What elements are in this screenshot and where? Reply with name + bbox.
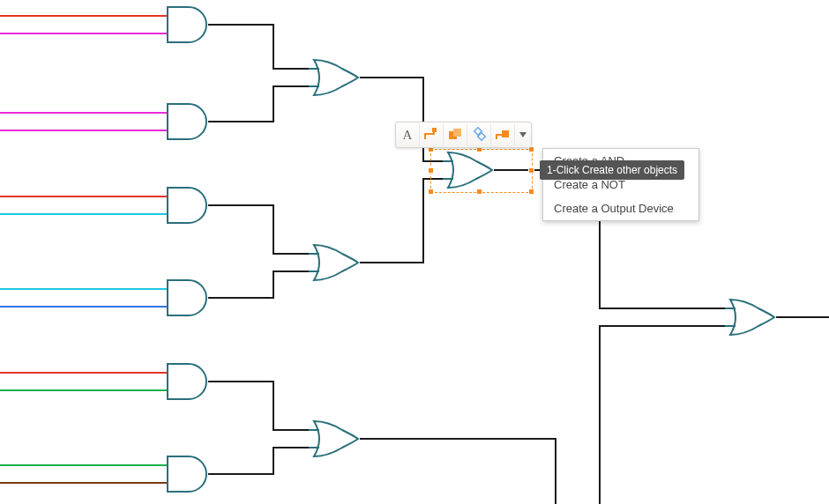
diagram-canvas[interactable]: A Create a AND Create a NOT Create <box>0 0 829 504</box>
selection-handle[interactable] <box>476 189 482 195</box>
diamond-link-icon <box>471 127 487 143</box>
svg-rect-28 <box>502 130 509 137</box>
more-dropdown-button[interactable] <box>515 123 531 146</box>
menu-item-label: Create a NOT <box>554 178 625 191</box>
shapes-icon <box>447 127 463 143</box>
or-gate <box>314 245 358 280</box>
selection-handle[interactable] <box>528 167 534 174</box>
menu-item-label: Create a Output Device <box>554 202 674 215</box>
or-gate <box>314 60 358 95</box>
chevron-down-icon <box>519 132 527 137</box>
selection-handle[interactable] <box>528 189 534 195</box>
or-gate-final <box>730 300 774 335</box>
and-gate <box>168 364 206 399</box>
text-tool-button[interactable]: A <box>396 123 420 146</box>
or-gate <box>314 421 358 456</box>
text-tool-label: A <box>403 128 413 143</box>
oneclick-icon <box>495 127 511 143</box>
svg-rect-25 <box>453 129 461 137</box>
and-gate <box>168 104 206 139</box>
menu-item-create-output[interactable]: Create a Output Device <box>543 196 698 220</box>
tooltip-text: 1-Click Create other objects <box>547 164 677 176</box>
link-tool-button[interactable] <box>467 123 491 146</box>
and-gate <box>168 456 206 492</box>
quick-toolbar[interactable]: A <box>395 122 532 148</box>
selection-handle[interactable] <box>428 189 434 195</box>
selection-outline <box>430 149 533 193</box>
shape-tool-button[interactable] <box>444 123 467 146</box>
input-wires <box>0 16 169 483</box>
and-gate <box>168 7 206 42</box>
logic-diagram-svg <box>0 0 829 504</box>
tooltip: 1-Click Create other objects <box>540 160 684 180</box>
connector-icon <box>423 127 439 143</box>
oneclick-create-button[interactable] <box>491 123 515 146</box>
selection-handle[interactable] <box>428 167 434 174</box>
svg-rect-23 <box>432 128 437 132</box>
oneclick-create-menu[interactable]: Create a AND Create a NOT Create a Outpu… <box>542 148 699 221</box>
and-gate <box>168 280 206 315</box>
connector-tool-button[interactable] <box>420 123 444 146</box>
and-gate <box>168 188 206 223</box>
